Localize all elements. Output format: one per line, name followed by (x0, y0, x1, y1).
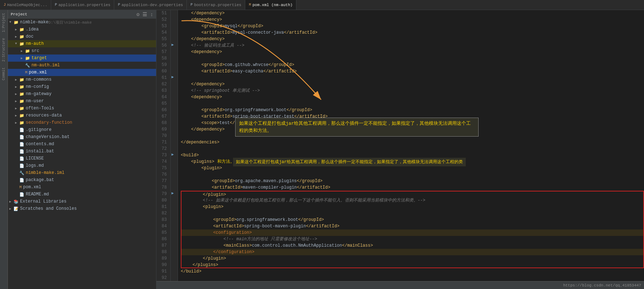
tree-item-idea[interactable]: ▶ 📁 .idea (8, 26, 156, 33)
folder-icon: 📁 (19, 113, 24, 118)
code-wrapper[interactable]: 如果这个工程是打包成jar给其他工程调用，那么这个插件一定不能指定，如果指定了，… (178, 10, 644, 281)
code-line-55: </dependency> (181, 36, 644, 42)
tree-item-logs[interactable]: ▶ 📄 logs.md (8, 162, 156, 169)
tree-item-scratches[interactable]: ▶ 📝 Scratches and Consoles (8, 205, 156, 212)
code-line-52: <dependency> (181, 16, 644, 23)
bat-icon2: 📄 (19, 149, 24, 154)
code-line-84: <artifactId>spring-boot-maven-plugin</ar… (181, 223, 644, 229)
tree-item-install[interactable]: ▶ 📄 install.bat (8, 148, 156, 155)
external-libs-icon: 📚 (14, 199, 19, 204)
tree-item-often-tools[interactable]: ▶ 📁 often-Tools (8, 105, 156, 112)
tree-item-nimble-make[interactable]: ▼ 📁 nimble-make D:\项目\nimble-make (8, 19, 156, 26)
code-line-87: <mainClass>com.control.oauth.NmAuthAppli… (181, 242, 644, 249)
gutter-marker-56: ▶ (171, 42, 174, 47)
gutter-marker-61: ▶ (171, 75, 174, 79)
tree-item-resources-data[interactable]: ▶ 📁 resources-data (8, 112, 156, 119)
code-line-86: <!-- main方法的地址 只需要修改这个地址--> (181, 236, 644, 242)
tree-item-pom-auth[interactable]: ▶ M pom.xml (8, 69, 156, 76)
collapse-arrow: ▶ (15, 28, 19, 32)
tree-item-contents[interactable]: ▶ 📄 contents.md (8, 141, 156, 148)
folder-icon: 📁 (19, 27, 24, 32)
properties-icon2: P (118, 3, 120, 7)
code-line-62: </dependency> (181, 81, 644, 87)
folder-open-icon: 📁 (14, 20, 19, 25)
status-bar: https://blog.csdn.net/qq_41853447 (156, 281, 644, 289)
commit-strip-label[interactable]: Commit (1, 65, 6, 83)
structure-strip-label[interactable]: 2:Structure (1, 35, 6, 65)
sidebar-header: Project ⚙ ☰ ↕ (8, 10, 156, 19)
code-line-57: <dependency> (181, 49, 644, 55)
folder-icon: 📁 (25, 49, 30, 53)
tab-pom[interactable]: M pom.xml (nm-auth) (245, 0, 296, 10)
maven-icon: M (249, 3, 251, 7)
collapse-arrow: ▶ (15, 92, 19, 96)
folder-icon: 📁 (19, 85, 24, 89)
collapse-arrow: ▶ (9, 200, 14, 204)
tree-item-license[interactable]: ▶ 📄 LICENSE (8, 155, 156, 162)
folder-icon: 📁 (19, 99, 24, 104)
code-line-66: <groupId>org.springframework.boot</group… (181, 107, 644, 113)
code-line-71: </dependencies> (181, 139, 644, 146)
tree-item-gitignore[interactable]: ▶ 📄 .gitignore (8, 126, 156, 133)
tree-item-package[interactable]: ▶ 📄 package.bat (8, 176, 156, 184)
properties-icon: P (55, 3, 57, 7)
tree-item-external-libs[interactable]: ▶ 📚 External Libraries (8, 198, 156, 205)
logs-icon: 📄 (19, 164, 24, 168)
tab-bootstrap[interactable]: P bootstrap.properties (187, 0, 245, 10)
gutter: ▶ ▶ ▶ ▶ (171, 10, 178, 281)
sidebar-content[interactable]: ▼ 📁 nimble-make D:\项目\nimble-make ▶ 📁 .i… (8, 19, 156, 289)
code-lines-content[interactable]: </dependency> <dependency> <groupId>mysq… (178, 10, 644, 281)
maven-root-icon: M (19, 185, 22, 189)
tree-item-changeversion[interactable]: ▶ 📄 changeVersion.bat (8, 133, 156, 141)
code-line-82 (181, 210, 644, 217)
annotation-box: 如果这个工程是打包成jar给其他工程调用，那么这个插件一定不能指定，如果指定了，… (235, 118, 479, 137)
code-line-83: <groupId>org.springframework.boot</group… (181, 217, 644, 223)
folder-open-icon: 📁 (19, 42, 24, 46)
tree-item-nm-auth-iml[interactable]: ▶ 🔧 nm-auth.iml (8, 62, 156, 69)
iml-icon2: 🔧 (19, 171, 24, 175)
code-line-78: <artifactId>maven-compiler-plugin</artif… (181, 184, 644, 191)
collapse-arrow: ▶ (15, 114, 19, 118)
tab-bar: J HandleMapObjec... P application.proper… (0, 0, 644, 10)
code-content: 51 52 53 54 55 56 57 58 59 60 61 62 63 6… (156, 10, 644, 281)
collapse-arrow: ▶ (15, 106, 19, 110)
main-layout: 1:Project 2:Structure Commit Project ⚙ ☰… (0, 10, 644, 289)
tree-item-pom-root[interactable]: ▶ M pom.xml (8, 184, 156, 191)
tab-handlemap[interactable]: J HandleMapObjec... (0, 0, 51, 10)
tab-application[interactable]: P application.properties (51, 0, 114, 10)
tree-item-nm-auth[interactable]: ▼ 📁 nm-auth (8, 40, 156, 47)
collapse-arrow: ▶ (15, 99, 19, 103)
gutter-marker-79: ▶ (171, 191, 174, 195)
tree-item-secondary-function[interactable]: ▶ 📁 secondary-function (8, 119, 156, 126)
tab-application-dev[interactable]: P application-dev.properties (114, 0, 187, 10)
tree-item-nm-gateway[interactable]: ▶ 📁 nm-gateway (8, 90, 156, 98)
tree-item-doc[interactable]: ▶ 📁 doc (8, 33, 156, 40)
code-line-58 (181, 55, 644, 62)
folder-icon: 📁 (19, 34, 24, 39)
code-line-92 (181, 275, 644, 281)
project-strip-label[interactable]: 1:Project (1, 10, 6, 35)
expand-arrow: ▼ (9, 20, 14, 24)
tree-item-nm-user[interactable]: ▶ 📁 nm-user (8, 98, 156, 105)
folder-icon: 📁 (19, 92, 24, 96)
tree-item-nimble-iml[interactable]: ▶ 🔧 nimble-make.iml (8, 169, 156, 176)
code-line-77: <groupId>org.apache.maven.plugins</group… (181, 178, 644, 184)
code-line-79: </plugin> (181, 191, 644, 197)
tree-item-target[interactable]: ▶ 📁 target (8, 55, 156, 62)
tree-item-nm-commons[interactable]: ▶ 📁 nm-commons (8, 76, 156, 83)
tree-item-nm-config[interactable]: ▶ 📁 nm-config (8, 83, 156, 90)
md-icon: 📄 (19, 142, 24, 147)
code-line-85: <configuration> (181, 229, 644, 236)
code-line-60: <artifactId>easy-captcha</artifactId> (181, 68, 644, 75)
code-line-53: <groupId>mysql</groupId> (181, 23, 644, 29)
folder-icon: 📁 (19, 106, 24, 111)
code-line-56: <!-- 验证码生成工具 --> (181, 42, 644, 49)
code-line-81: <plugin> (181, 204, 644, 210)
left-strip: 1:Project 2:Structure Commit (0, 10, 8, 289)
code-line-54: <artifactId>mysql-connector-java</artifa… (181, 29, 644, 36)
package-icon: 📄 (19, 178, 24, 183)
line-numbers: 51 52 53 54 55 56 57 58 59 60 61 62 63 6… (156, 10, 171, 281)
tree-item-src[interactable]: ▶ 📁 src (8, 47, 156, 55)
iml-icon: 🔧 (25, 63, 30, 68)
tree-item-readme[interactable]: ▶ 📄 README.md (8, 191, 156, 198)
